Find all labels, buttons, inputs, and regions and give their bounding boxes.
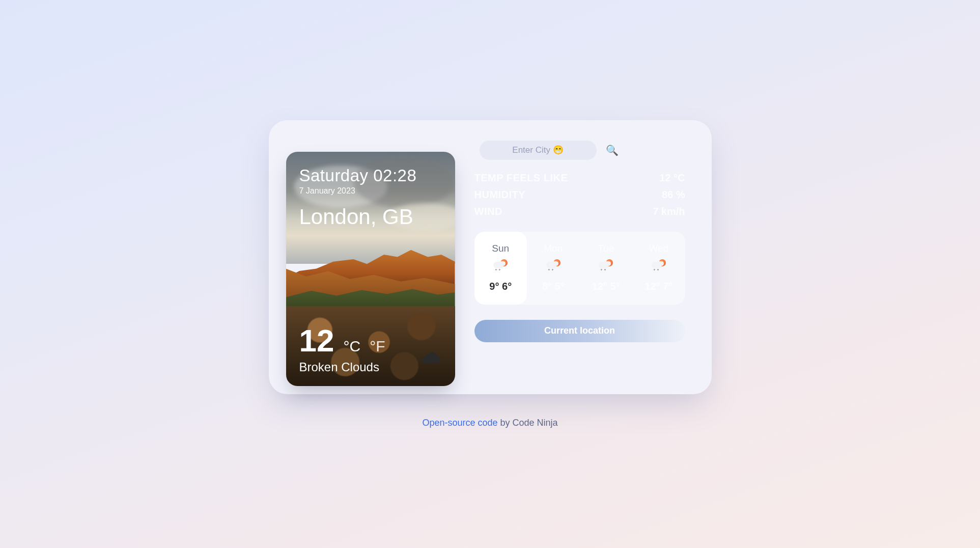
footer-attribution: by Code Ninja: [498, 418, 558, 428]
cloud-icon: [419, 360, 442, 375]
city-name: London, GB: [299, 205, 442, 229]
forecast-day-name: Tue: [584, 243, 629, 254]
search-icon: 🔍: [606, 145, 619, 156]
search-row: 🔍: [480, 141, 685, 160]
forecast-strip: Sun༚༚9° 6°Mon༚༚8° 5°Tue༚༚12° 5°Wed༚༚12° …: [474, 232, 685, 305]
unit-fahrenheit-toggle[interactable]: °F: [370, 338, 385, 355]
rain-sun-icon: ༚༚: [531, 258, 576, 273]
forecast-day[interactable]: Sun༚༚9° 6°: [474, 232, 527, 305]
open-source-link[interactable]: Open-source code: [422, 418, 497, 428]
rain-sun-icon: ༚༚: [636, 258, 681, 273]
forecast-day[interactable]: Tue༚༚12° 5°: [580, 232, 633, 305]
stat-value: 86 %: [662, 189, 685, 201]
forecast-day[interactable]: Wed༚༚12° 7°: [632, 232, 685, 305]
details-panel: 🔍 TEMP FEELS LIKE 12 °C HUMIDITY 86 % WI…: [474, 141, 685, 372]
forecast-temps: 12° 5°: [584, 281, 629, 292]
date: 7 January 2023: [299, 186, 442, 196]
forecast-day[interactable]: Mon༚༚8° 5°: [527, 232, 580, 305]
stat-value: 12 °C: [659, 172, 685, 184]
stat-value: 7 km/h: [653, 206, 685, 217]
stat-feels-like: TEMP FEELS LIKE 12 °C: [474, 172, 685, 184]
city-search-input[interactable]: [480, 141, 597, 160]
footer: Open-source code by Code Ninja: [422, 418, 557, 428]
stat-label: TEMP FEELS LIKE: [474, 172, 568, 184]
stats-block: TEMP FEELS LIKE 12 °C HUMIDITY 86 % WIND…: [474, 172, 685, 217]
forecast-temps: 12° 7°: [636, 281, 681, 292]
search-button[interactable]: 🔍: [606, 145, 619, 155]
forecast-temps: 9° 6°: [479, 281, 523, 292]
forecast-day-name: Sun: [479, 243, 523, 254]
day-time: Saturday 02:28: [299, 166, 442, 185]
stat-humidity: HUMIDITY 86 %: [474, 189, 685, 201]
forecast-day-name: Mon: [531, 243, 576, 254]
current-location-button[interactable]: Current location: [474, 320, 685, 342]
rain-sun-icon: ༚༚: [584, 258, 629, 273]
stat-label: HUMIDITY: [474, 189, 526, 201]
condition-text: Broken Clouds: [299, 360, 379, 374]
forecast-day-name: Wed: [636, 243, 681, 254]
weather-card: Saturday 02:28 7 January 2023 London, GB…: [269, 120, 712, 394]
forecast-temps: 8° 5°: [531, 281, 576, 292]
stat-label: WIND: [474, 206, 502, 217]
unit-celsius-toggle[interactable]: °C: [343, 338, 360, 355]
rain-sun-icon: ༚༚: [479, 258, 523, 273]
temperature-value: 12: [299, 325, 334, 357]
hero-panel: Saturday 02:28 7 January 2023 London, GB…: [286, 152, 455, 386]
stat-wind: WIND 7 km/h: [474, 206, 685, 217]
